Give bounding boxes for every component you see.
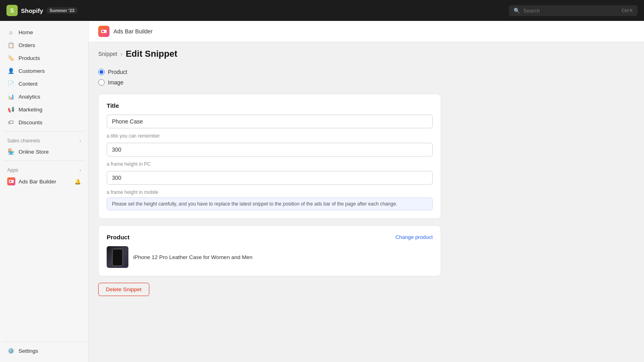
apps-section[interactable]: Apps ›: [3, 163, 85, 175]
mobile-height-field-group: [107, 171, 433, 185]
product-card-header: Product Change product: [107, 234, 433, 241]
sidebar-item-ads-bar-builder[interactable]: Ads Bar Builder 🔔: [3, 175, 85, 188]
breadcrumb-current: Edit Snippet: [126, 49, 177, 59]
breadcrumb-parent[interactable]: Snippet: [98, 51, 117, 57]
chevron-right-icon: ›: [80, 139, 81, 143]
brand-label: Shopify: [21, 7, 43, 14]
pc-height-input[interactable]: [107, 143, 433, 156]
sidebar-label-content: Content: [19, 81, 37, 87]
title-input[interactable]: [107, 115, 433, 128]
pc-height-field-group: [107, 143, 433, 156]
sidebar-label-settings: Settings: [19, 348, 38, 354]
products-icon: 🏷️: [7, 54, 14, 62]
sidebar-item-orders[interactable]: 📋 Orders: [3, 39, 85, 51]
type-radio-group: Product Image: [98, 69, 441, 86]
breadcrumb-separator: ›: [120, 51, 122, 57]
radio-image[interactable]: Image: [98, 79, 441, 86]
radio-product-input[interactable]: [98, 69, 105, 75]
mobile-height-hint: a frame height in mobile: [107, 189, 433, 195]
sales-channels-label: Sales channels: [7, 138, 40, 144]
divider-1: [3, 131, 85, 132]
info-message: Please set the height carefully, and you…: [107, 197, 433, 210]
ads-bar-builder-label: Ads Bar Builder: [19, 179, 56, 185]
breadcrumb: Snippet › Edit Snippet: [89, 42, 644, 62]
product-name-label: iPhone 12 Pro Leather Case for Women and…: [133, 254, 252, 260]
svg-rect-3: [102, 31, 104, 32]
search-icon: 🔍: [514, 8, 520, 14]
ads-bar-builder-app-icon: [7, 177, 15, 185]
home-icon: ⌂: [7, 29, 14, 36]
divider-2: [3, 160, 85, 161]
change-product-button[interactable]: Change product: [395, 234, 433, 240]
brand-logo: S Shopify Summer '23: [6, 5, 78, 16]
sidebar-label-home: Home: [19, 29, 33, 35]
title-card: Title a title you can remember a frame h…: [98, 94, 441, 219]
sidebar-item-discounts[interactable]: 🏷 Discounts: [3, 116, 85, 129]
shopify-icon: S: [6, 5, 18, 16]
layout: ⌂ Home 📋 Orders 🏷️ Products 👤 Customers …: [0, 21, 644, 362]
pc-height-hint: a frame height in PC: [107, 161, 433, 167]
title-field-group: [107, 115, 433, 128]
delete-snippet-button[interactable]: Delete Snippet: [98, 283, 149, 296]
sidebar-item-customers[interactable]: 👤 Customers: [3, 64, 85, 77]
sidebar-bottom: ⚙️ Settings: [3, 339, 85, 357]
summer-badge: Summer '23: [46, 7, 78, 14]
product-thumbnail: [107, 246, 128, 268]
content-icon: 📄: [7, 80, 14, 87]
sidebar-item-marketing[interactable]: 📢 Marketing: [3, 103, 85, 116]
sidebar-label-discounts: Discounts: [19, 119, 42, 125]
radio-product[interactable]: Product: [98, 69, 441, 75]
sidebar-item-settings[interactable]: ⚙️ Settings: [3, 344, 85, 357]
sidebar-label-customers: Customers: [19, 68, 45, 74]
sidebar-label-orders: Orders: [19, 42, 35, 48]
discounts-icon: 🏷: [7, 119, 14, 126]
sidebar-item-content[interactable]: 📄 Content: [3, 77, 85, 90]
sidebar-label-products: Products: [19, 55, 40, 61]
title-hint: a title you can remember: [107, 133, 433, 139]
sidebar-item-online-store[interactable]: 🏪 Online Store: [3, 145, 85, 158]
search-bar[interactable]: 🔍 Ctrl K: [509, 5, 638, 16]
product-card: Product Change product iPhone 12 Pro Lea…: [98, 225, 441, 276]
app-icon-medium: [98, 26, 109, 37]
sidebar-label-online-store: Online Store: [19, 149, 49, 155]
sidebar: ⌂ Home 📋 Orders 🏷️ Products 👤 Customers …: [0, 21, 89, 362]
online-store-icon: 🏪: [7, 148, 14, 155]
sidebar-item-products[interactable]: 🏷️ Products: [3, 51, 85, 64]
mobile-height-input[interactable]: [107, 171, 433, 185]
sidebar-label-analytics: Analytics: [19, 94, 40, 100]
settings-icon: ⚙️: [7, 347, 14, 354]
product-card-heading: Product: [107, 234, 130, 241]
svg-rect-1: [10, 181, 11, 182]
radio-image-input[interactable]: [98, 79, 105, 86]
radio-image-label: Image: [108, 79, 124, 86]
content-area: Product Image Title a title you can reme…: [89, 62, 451, 312]
divider-3: [3, 341, 85, 342]
sidebar-item-home[interactable]: ⌂ Home: [3, 26, 85, 39]
analytics-icon: 📊: [7, 93, 14, 100]
title-card-heading: Title: [107, 102, 433, 109]
main-content: Ads Bar Builder Snippet › Edit Snippet P…: [89, 21, 644, 362]
apps-label: Apps: [7, 167, 18, 173]
customers-icon: 👤: [7, 67, 14, 74]
product-thumbnail-inner: [107, 246, 128, 268]
topbar: S Shopify Summer '23 🔍 Ctrl K: [0, 0, 644, 21]
chevron-right-icon-apps: ›: [80, 168, 81, 173]
search-shortcut: Ctrl K: [622, 8, 633, 13]
marketing-icon: 📢: [7, 106, 14, 113]
sidebar-label-marketing: Marketing: [19, 107, 42, 113]
sidebar-item-analytics[interactable]: 📊 Analytics: [3, 90, 85, 103]
orders-icon: 📋: [7, 41, 14, 49]
bell-icon: 🔔: [74, 179, 81, 185]
radio-product-label: Product: [108, 69, 127, 75]
sales-channels-section[interactable]: Sales channels ›: [3, 134, 85, 145]
product-item: iPhone 12 Pro Leather Case for Women and…: [107, 246, 433, 268]
app-header-bar: Ads Bar Builder: [89, 21, 644, 42]
app-name-label: Ads Bar Builder: [114, 28, 153, 35]
search-input[interactable]: [523, 8, 619, 14]
phone-shape-icon: [112, 249, 123, 266]
